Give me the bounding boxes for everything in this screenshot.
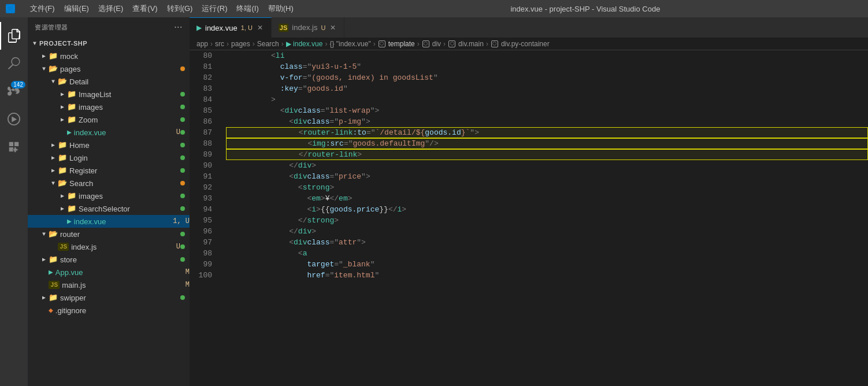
router-arrow: ▼: [39, 231, 49, 237]
tree-app-vue[interactable]: ▶ ▶ App.vue M: [28, 266, 190, 279]
main-js-badge: M: [186, 281, 190, 289]
folder-icon: 📁: [67, 191, 76, 201]
imagelist-arrow: ▶: [58, 91, 67, 98]
root-label: PROJECT-SHP: [39, 40, 190, 47]
menu-terminal[interactable]: 终端(I): [233, 2, 262, 15]
tab-close-index-js[interactable]: ✕: [329, 23, 337, 33]
tree-register[interactable]: ▶ 📁 Register: [28, 164, 190, 177]
pages-label: pages: [60, 65, 180, 73]
code-line-99: target="_blank": [226, 259, 868, 270]
tree-router[interactable]: ▼ 📂 router: [28, 228, 190, 240]
code-line-100: href="item.html": [226, 270, 868, 281]
tree-search-images[interactable]: ▶ 📁 images: [28, 190, 190, 202]
mock-label: mock: [60, 52, 180, 61]
menu-edit[interactable]: 编辑(E): [61, 2, 92, 15]
menu-bar[interactable]: 文件(F) 编辑(E) 选择(E) 查看(V) 转到(G) 运行(R) 终端(I…: [27, 2, 297, 15]
breadcrumb-indexvue[interactable]: ▶ index.vue: [286, 40, 323, 48]
menu-file[interactable]: 文件(F): [27, 2, 58, 15]
app-vue-label: App.vue: [55, 268, 182, 277]
tree-router-index-js[interactable]: ▶ JS index.js U: [28, 240, 190, 253]
tree-main-js[interactable]: ▶ JS main.js M: [28, 279, 190, 291]
code-content[interactable]: <li class="yui3-u-1-5" v-for="(goods, in…: [221, 50, 868, 386]
tree-root-arrow: ▼: [30, 40, 39, 47]
code-line-87: <router-link :to="`/detail/${goods.id}`"…: [226, 127, 868, 138]
breadcrumb-div-main[interactable]: div.main: [458, 40, 484, 48]
search-images-arrow: ▶: [58, 192, 67, 199]
tree-gitignore[interactable]: ▶ ◆ .gitignore: [28, 304, 190, 317]
register-label: Register: [69, 166, 180, 175]
sidebar-more-button[interactable]: ···: [174, 22, 183, 32]
search-dot: [180, 181, 185, 185]
tree-zoom[interactable]: ▶ 📁 Zoom: [28, 113, 190, 126]
tab-index-js-label: index.js: [292, 23, 317, 32]
tab-index-vue[interactable]: ▶ index.vue 1, U ✕: [190, 17, 272, 38]
tab-index-js[interactable]: JS index.js U ✕: [272, 17, 345, 38]
code-line-84: >: [226, 94, 868, 105]
tree-imagelist[interactable]: ▶ 📁 ImageList: [28, 88, 190, 101]
menu-select[interactable]: 选择(E): [95, 2, 127, 15]
vue-tab-icon: ▶: [196, 24, 202, 32]
search-images-label: images: [79, 192, 180, 201]
code-line-94: <i>{{ goods.price }}</i>: [226, 204, 868, 215]
folder-icon: 📁: [49, 51, 58, 61]
login-dot: [180, 155, 185, 160]
tree-pages[interactable]: ▼ 📂 pages: [28, 62, 190, 75]
breadcrumb-template[interactable]: template: [388, 40, 415, 48]
store-dot: [180, 257, 185, 262]
breadcrumb-search[interactable]: Search: [257, 40, 279, 48]
detail-index-label: index.vue: [74, 128, 173, 137]
code-line-80: <li: [226, 50, 868, 61]
breadcrumb-indexvue-obj[interactable]: {} "index.vue": [329, 40, 370, 48]
tree-search[interactable]: ▼ 📂 Search: [28, 177, 190, 190]
register-arrow: ▶: [49, 167, 58, 174]
tree-mock[interactable]: ▶ 📁 mock: [28, 50, 190, 62]
tree-store[interactable]: ▶ 📁 store: [28, 253, 190, 266]
menu-run[interactable]: 运行(R): [198, 2, 231, 15]
menu-view[interactable]: 查看(V): [129, 2, 161, 15]
breadcrumb-app[interactable]: app: [196, 40, 208, 48]
breadcrumb-div-py-container[interactable]: div.py-container: [501, 40, 550, 48]
mock-dot: [180, 54, 185, 58]
tab-index-js-modified: U: [321, 24, 325, 31]
router-index-label: index.js: [71, 243, 173, 251]
login-label: Login: [69, 154, 180, 162]
breadcrumb-src[interactable]: src: [215, 40, 224, 48]
ln-100: 100: [190, 270, 217, 281]
ln-89: 89: [190, 149, 217, 160]
breadcrumb-pages[interactable]: pages: [231, 40, 250, 48]
tree-searchselector[interactable]: ▶ 📁 SearchSelector: [28, 202, 190, 215]
activity-extensions[interactable]: [0, 133, 28, 161]
activity-explorer[interactable]: [0, 22, 28, 50]
code-line-81: class="yui3-u-1-5": [226, 61, 868, 72]
activity-run[interactable]: [0, 105, 28, 133]
breadcrumb-div[interactable]: div: [432, 40, 441, 48]
router-index-badge: U: [176, 243, 180, 251]
ln-84: 84: [190, 94, 217, 105]
code-editor[interactable]: 80 81 82 83 84 85 86 87 88 89 90 91 92 9…: [190, 50, 868, 386]
menu-goto[interactable]: 转到(G): [164, 2, 196, 15]
tree-detail[interactable]: ▼ 📂 Detail: [28, 75, 190, 88]
ln-86: 86: [190, 116, 217, 127]
activity-search[interactable]: [0, 50, 28, 77]
tab-close-index-vue[interactable]: ✕: [256, 23, 264, 33]
folder-icon: 📁: [67, 204, 76, 213]
tree-root[interactable]: ▼ PROJECT-SHP: [28, 37, 190, 50]
menu-help[interactable]: 帮助(H): [265, 2, 297, 15]
tree-search-index-vue[interactable]: ▶ ▶ index.vue 1, U: [28, 215, 190, 228]
tree-images-detail[interactable]: ▶ 📁 images: [28, 101, 190, 113]
pages-arrow: ▼: [39, 66, 49, 72]
tree-home[interactable]: ▶ 📁 Home: [28, 139, 190, 151]
folder-icon: 📂: [49, 229, 58, 239]
tree-detail-index-vue[interactable]: ▶ ▶ index.vue U: [28, 126, 190, 139]
activity-source-control[interactable]: 142: [0, 77, 28, 105]
vue-file-icon: ▶: [67, 128, 72, 137]
zoom-dot: [180, 117, 185, 122]
breadcrumb-pycontainer-icon: ⬡: [491, 40, 498, 47]
searchselector-arrow: ▶: [58, 205, 67, 212]
tree-login[interactable]: ▶ 📁 Login: [28, 151, 190, 164]
tree-swipper[interactable]: ▶ 📁 swipper: [28, 291, 190, 304]
line-numbers: 80 81 82 83 84 85 86 87 88 89 90 91 92 9…: [190, 50, 221, 386]
home-label: Home: [69, 141, 180, 150]
ln-85: 85: [190, 105, 217, 116]
ln-94: 94: [190, 204, 217, 215]
